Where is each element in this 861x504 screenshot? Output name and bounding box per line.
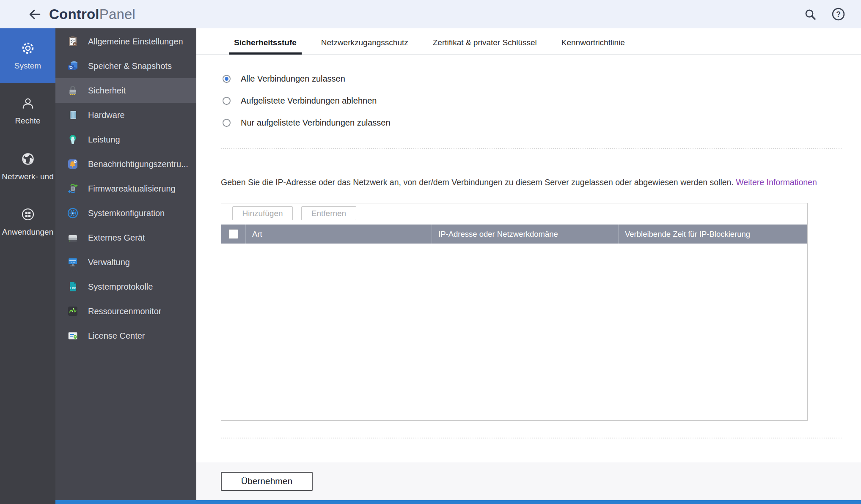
menu-item-sicherheit[interactable]: Sicherheit — [55, 78, 196, 103]
notification-bell-icon — [67, 158, 79, 170]
apply-button[interactable]: Übernehmen — [221, 472, 313, 491]
menu-item-allgemeine-einstellungen[interactable]: Allgemeine Einstellungen — [55, 29, 196, 54]
tab-zertifikat-privater-schluessel[interactable]: Zertifikat & privater Schlüssel — [428, 38, 542, 55]
table-header: Art IP-Adresse oder Netzwerkdomäne Verbl… — [221, 225, 807, 244]
user-icon — [21, 96, 35, 111]
back-button[interactable] — [26, 6, 43, 23]
menu-item-label: Systemkonfiguration — [88, 208, 165, 218]
app-title: ControlPanel — [49, 6, 135, 22]
sidebar-item-netzwerk[interactable]: Netzwerk- und — [0, 139, 55, 194]
menu-item-label: Allgemeine Einstellungen — [88, 37, 183, 47]
search-button[interactable] — [803, 7, 818, 22]
table-toolbar: Hinzufügen Entfernen — [221, 203, 807, 225]
add-button[interactable]: Hinzufügen — [232, 206, 293, 220]
sidebar-item-system[interactable]: System — [0, 28, 55, 83]
menu-item-label: Benachrichtigungszentru... — [88, 159, 188, 169]
sidebar-item-label: Rechte — [15, 116, 40, 126]
column-header-ip: IP-Adresse oder Netzwerkdomäne — [432, 225, 618, 244]
topbar: ControlPanel ? — [0, 0, 861, 28]
sidebar-item-label: Netzwerk- und — [2, 172, 54, 182]
clipboard-settings-icon — [67, 36, 79, 47]
firmware-update-icon — [67, 183, 79, 194]
storage-snapshot-icon — [67, 60, 79, 72]
menu-item-firmwareaktualisierung[interactable]: Firmwareaktualisierung — [55, 176, 196, 201]
menu-item-speicher-snapshots[interactable]: Speicher & Snapshots — [55, 54, 196, 78]
menu-item-label: Hardware — [88, 110, 125, 120]
tab-netzwerkzugangsschutz[interactable]: Netzwerkzugangsschutz — [316, 38, 413, 55]
config-gear-icon — [67, 207, 79, 219]
external-device-icon — [67, 232, 79, 244]
tab-sicherheitsstufe[interactable]: Sicherheitsstufe — [229, 38, 302, 55]
sidebar-item-rechte[interactable]: Rechte — [0, 83, 55, 139]
menu-item-label: Firmwareaktualisierung — [88, 184, 176, 194]
radio-button-icon[interactable] — [223, 119, 231, 127]
search-icon — [803, 8, 817, 21]
menu-item-leistung[interactable]: Leistung — [55, 127, 196, 152]
radio-label: Nur aufgelistete Verbindungen zulassen — [241, 118, 391, 128]
radio-button-icon[interactable] — [223, 97, 231, 105]
menu-item-systemprotokolle[interactable]: LOG Systemprotokolle — [55, 274, 196, 299]
svg-text:LOG: LOG — [70, 287, 76, 290]
sidebar-item-label: System — [14, 61, 41, 71]
remove-button[interactable]: Entfernen — [301, 206, 356, 220]
tab-bar: Sicherheitsstufe Netzwerkzugangsschutz Z… — [196, 28, 861, 55]
more-info-link[interactable]: Weitere Informationen — [736, 178, 817, 187]
app-grid-icon — [20, 207, 36, 222]
radio-button-icon[interactable] — [223, 75, 231, 83]
radio-allow-only-listed-connections[interactable]: Nur aufgelistete Verbindungen zulassen — [223, 118, 861, 128]
radio-deny-listed-connections[interactable]: Aufgelistete Verbindungen ablehnen — [223, 96, 861, 106]
svg-text:?: ? — [836, 10, 841, 19]
secondary-sidebar: Allgemeine Einstellungen Speicher & Snap… — [55, 28, 196, 500]
lock-icon — [67, 85, 79, 96]
menu-item-verwaltung[interactable]: Verwaltung — [55, 250, 196, 274]
nas-tower-icon — [67, 109, 79, 121]
menu-item-label: Verwaltung — [88, 257, 130, 267]
select-all-checkbox[interactable] — [228, 229, 238, 239]
security-level-options: Alle Verbindungen zulassen Aufgelistete … — [196, 55, 861, 128]
help-icon: ? — [831, 7, 845, 21]
radio-label: Aufgelistete Verbindungen ablehnen — [241, 96, 377, 106]
menu-item-externes-geraet[interactable]: Externes Gerät — [55, 225, 196, 250]
bottom-accent-bar — [55, 500, 861, 504]
menu-item-label: Leistung — [88, 135, 120, 145]
menu-item-hardware[interactable]: Hardware — [55, 103, 196, 127]
main-content: Sicherheitsstufe Netzwerkzugangsschutz Z… — [196, 28, 861, 504]
globe-icon — [20, 151, 36, 167]
resource-graph-icon — [67, 305, 79, 317]
section-divider — [221, 148, 842, 149]
radio-allow-all-connections[interactable]: Alle Verbindungen zulassen — [223, 74, 861, 84]
menu-item-label: Speicher & Snapshots — [88, 61, 172, 71]
menu-item-label: License Center — [88, 331, 145, 341]
sidebar-item-anwendungen[interactable]: Anwendungen — [0, 194, 55, 249]
menu-item-label: Systemprotokolle — [88, 282, 153, 292]
help-button[interactable]: ? — [831, 7, 846, 22]
primary-sidebar: System Rechte Netzwerk- und Anwendungen — [0, 28, 55, 504]
description-text: Geben Sie die IP-Adresse oder das Netzwe… — [221, 178, 734, 187]
license-certificate-icon — [67, 330, 79, 342]
gear-icon — [20, 41, 36, 56]
bulb-icon — [67, 134, 79, 145]
menu-item-label: Externes Gerät — [88, 233, 145, 243]
tab-kennwortrichtlinie[interactable]: Kennwortrichtlinie — [556, 38, 630, 55]
radio-label: Alle Verbindungen zulassen — [241, 74, 345, 84]
menu-item-label: Ressourcenmonitor — [88, 307, 161, 316]
ip-rules-table: Hinzufügen Entfernen Art IP-Adresse oder… — [221, 203, 808, 421]
section-divider — [221, 438, 842, 438]
select-all-cell — [221, 225, 245, 244]
menu-item-ressourcenmonitor[interactable]: Ressourcenmonitor — [55, 299, 196, 323]
table-body-empty — [221, 244, 807, 420]
menu-item-license-center[interactable]: License Center — [55, 323, 196, 348]
log-file-icon: LOG — [67, 281, 79, 293]
column-header-time: Verbleibende Zeit für IP-Blockierung — [618, 225, 807, 244]
menu-item-systemkonfiguration[interactable]: Systemkonfiguration — [55, 201, 196, 225]
menu-item-benachrichtigungszentrum[interactable]: Benachrichtigungszentru... — [55, 152, 196, 176]
monitor-icon — [67, 256, 79, 268]
menu-item-label: Sicherheit — [88, 86, 126, 96]
column-header-art: Art — [245, 225, 432, 244]
footer-bar: Übernehmen — [196, 462, 861, 500]
sidebar-item-label: Anwendungen — [2, 227, 54, 237]
app-title-bold: Control — [49, 6, 99, 22]
ip-section-description: Geben Sie die IP-Adresse oder das Netzwe… — [221, 177, 842, 188]
arrow-left-icon — [28, 7, 42, 22]
app-title-light: Panel — [99, 6, 135, 22]
